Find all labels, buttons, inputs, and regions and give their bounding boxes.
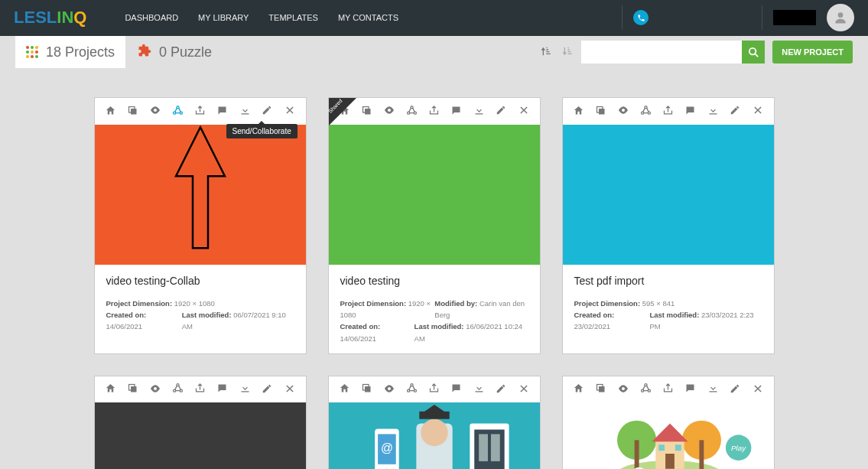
svg-point-1	[749, 47, 756, 54]
edit-icon[interactable]	[494, 383, 508, 396]
project-thumbnail[interactable]	[95, 402, 306, 469]
collaborate-icon[interactable]	[405, 383, 418, 396]
comment-icon[interactable]	[216, 383, 229, 396]
svg-text:@: @	[380, 441, 392, 454]
home-icon[interactable]	[103, 105, 117, 119]
eye-icon[interactable]	[382, 104, 396, 119]
comment-icon[interactable]	[450, 383, 463, 396]
search-button[interactable]	[742, 41, 765, 64]
eye-icon[interactable]	[382, 383, 396, 397]
eye-icon[interactable]	[148, 383, 162, 397]
svg-point-43	[645, 384, 647, 386]
download-icon[interactable]	[472, 105, 486, 119]
home-icon[interactable]	[571, 383, 585, 396]
edit-icon[interactable]	[260, 383, 274, 396]
collaborate-icon[interactable]	[171, 383, 184, 396]
svg-rect-38	[474, 430, 504, 469]
project-thumbnail[interactable]	[329, 125, 540, 265]
search-input[interactable]	[581, 41, 742, 64]
download-icon[interactable]	[706, 105, 720, 119]
copy-icon[interactable]	[593, 105, 607, 119]
copy-icon[interactable]	[359, 105, 373, 119]
home-icon[interactable]	[103, 383, 117, 396]
eye-icon[interactable]	[616, 383, 630, 397]
close-icon[interactable]	[517, 105, 531, 118]
card-toolbar	[329, 98, 540, 125]
download-icon[interactable]	[472, 383, 486, 396]
logo[interactable]: LESLINQ	[14, 8, 86, 28]
svg-rect-13	[599, 109, 605, 115]
edit-icon[interactable]	[728, 105, 742, 118]
sort-desc-button[interactable]	[560, 45, 574, 60]
puzzle-icon	[138, 44, 151, 61]
project-thumbnail[interactable]: Play	[563, 402, 774, 469]
svg-rect-54	[658, 445, 665, 451]
copy-icon[interactable]	[593, 383, 607, 396]
edit-icon[interactable]	[260, 105, 274, 118]
eye-icon[interactable]	[616, 104, 630, 119]
copy-icon[interactable]	[125, 105, 139, 119]
project-title: Test pdf import	[574, 275, 762, 287]
project-thumbnail[interactable]	[563, 125, 774, 265]
share-icon[interactable]	[193, 383, 206, 396]
comment-icon[interactable]	[684, 105, 697, 119]
share-icon[interactable]	[661, 383, 675, 396]
new-project-button[interactable]: NEW PROJECT	[772, 41, 853, 64]
project-card: Shared video testing Project Dimension: …	[328, 97, 541, 354]
project-title: video testing-Collab	[106, 275, 294, 287]
card-toolbar	[95, 376, 306, 403]
comment-icon[interactable]	[450, 105, 463, 119]
share-icon[interactable]	[427, 105, 441, 119]
divider	[622, 5, 623, 30]
home-icon[interactable]	[337, 383, 351, 396]
svg-point-25	[411, 384, 413, 386]
collaborate-icon[interactable]	[639, 105, 652, 119]
edit-icon[interactable]	[728, 383, 742, 396]
download-icon[interactable]	[706, 383, 720, 396]
collaborate-icon[interactable]	[171, 105, 184, 119]
copy-icon[interactable]	[125, 383, 139, 396]
home-icon[interactable]	[571, 105, 585, 119]
copy-icon[interactable]	[359, 383, 373, 396]
svg-rect-49	[634, 441, 639, 469]
svg-point-20	[177, 384, 179, 386]
edit-icon[interactable]	[494, 105, 508, 118]
project-thumbnail[interactable]	[95, 125, 306, 265]
project-grid: Send/Collaborate video testing-Collab Pr…	[0, 68, 868, 469]
illustration: Play	[563, 402, 774, 469]
svg-rect-18	[131, 386, 137, 392]
search-wrap	[581, 41, 765, 64]
close-icon[interactable]	[751, 383, 765, 396]
card-toolbar	[563, 98, 774, 125]
eye-icon[interactable]	[148, 104, 162, 119]
card-toolbar	[563, 376, 774, 403]
project-thumbnail[interactable]: @	[329, 402, 540, 469]
close-icon[interactable]	[751, 105, 765, 118]
project-card: @	[328, 376, 541, 469]
close-icon[interactable]	[283, 383, 297, 396]
tab-projects[interactable]: 18 Projects	[15, 36, 125, 68]
project-title: video testing	[340, 275, 528, 287]
phone-icon[interactable]	[633, 10, 649, 25]
comment-icon[interactable]	[684, 383, 697, 396]
nav-dashboard[interactable]: DASHBOARD	[125, 13, 178, 22]
collaborate-icon[interactable]	[405, 105, 418, 119]
nav-templates[interactable]: TEMPLATES	[268, 13, 318, 22]
sort-asc-button[interactable]	[538, 45, 552, 60]
avatar[interactable]	[827, 4, 854, 31]
comment-icon[interactable]	[216, 105, 229, 119]
close-icon[interactable]	[517, 383, 531, 396]
arrow-shape	[174, 125, 226, 252]
svg-rect-3	[131, 109, 137, 115]
share-icon[interactable]	[193, 105, 206, 119]
close-icon[interactable]	[283, 105, 297, 118]
svg-point-0	[838, 12, 844, 18]
share-icon[interactable]	[427, 383, 441, 396]
share-icon[interactable]	[661, 105, 675, 119]
nav-library[interactable]: MY LIBRARY	[198, 13, 249, 22]
download-icon[interactable]	[238, 383, 252, 396]
nav-contacts[interactable]: MY CONTACTS	[338, 13, 398, 22]
download-icon[interactable]	[238, 105, 252, 119]
tab-puzzle[interactable]: 0 Puzzle	[125, 44, 224, 61]
collaborate-icon[interactable]	[639, 383, 652, 396]
